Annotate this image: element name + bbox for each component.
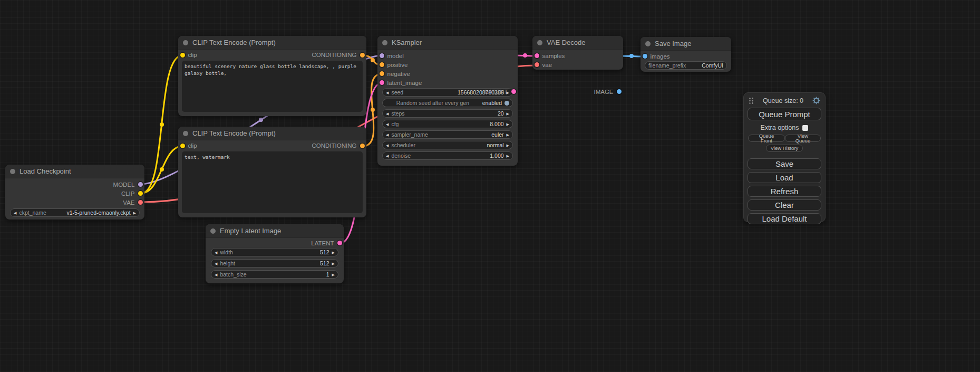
node-vae-decode[interactable]: VAE Decode samples vae IMAGE [532, 36, 623, 70]
node-header[interactable]: Load Checkpoint [5, 165, 144, 178]
load-button[interactable]: Load [748, 172, 821, 183]
save-button[interactable]: Save [748, 158, 821, 169]
node-header[interactable]: VAE Decode [532, 36, 623, 50]
node-save-image[interactable]: Save Image images filename_prefix ComfyU… [641, 37, 731, 72]
prompt-textarea[interactable]: text, watermark [182, 151, 363, 213]
image-slot-dot[interactable] [643, 54, 647, 59]
conditioning-slot-dot[interactable] [380, 62, 384, 67]
scheduler-widget[interactable]: ◀ scheduler normal ▶ [382, 141, 513, 149]
clip-slot-dot[interactable] [180, 53, 185, 58]
widget-label: seed [391, 89, 455, 96]
widget-value: 1.000 [490, 152, 503, 159]
arrow-right-icon[interactable]: ▶ [507, 122, 509, 126]
view-queue-button[interactable]: View Queue [785, 135, 821, 142]
collapse-dot-icon[interactable] [537, 40, 542, 45]
collapse-dot-icon[interactable] [645, 41, 651, 46]
node-clip-text-encode-positive[interactable]: CLIP Text Encode (Prompt) clip CONDITION… [178, 36, 366, 116]
arrow-left-icon[interactable]: ◀ [386, 122, 389, 126]
arrow-right-icon[interactable]: ▶ [507, 154, 509, 158]
clip-slot-dot[interactable] [138, 191, 143, 196]
cfg-widget[interactable]: ◀ cfg 8.000 ▶ [382, 120, 513, 128]
denoise-widget[interactable]: ◀ denoise 1.000 ▶ [382, 151, 513, 160]
filename-prefix-widget[interactable]: filename_prefix ComfyUI [645, 61, 727, 70]
image-slot-dot[interactable] [617, 89, 622, 94]
arrow-right-icon[interactable]: ▶ [332, 273, 335, 276]
collapse-dot-icon[interactable] [382, 40, 387, 45]
arrow-left-icon[interactable]: ◀ [215, 251, 217, 254]
node-header[interactable]: CLIP Text Encode (Prompt) [178, 36, 366, 50]
extra-options-checkbox[interactable] [802, 125, 808, 131]
link-midpoint-dot [629, 54, 634, 58]
widget-label: filename_prefix [648, 62, 699, 69]
drag-handle-icon[interactable] [749, 97, 754, 104]
queue-prompt-button[interactable]: Queue Prompt [748, 108, 821, 120]
input-vae: vae [532, 60, 623, 69]
input-clip: clip [178, 141, 197, 150]
arrow-right-icon[interactable]: ▶ [507, 112, 509, 116]
refresh-button[interactable]: Refresh [748, 186, 821, 197]
slot-label: IMAGE [594, 89, 613, 95]
width-widget[interactable]: ◀ width 512 ▶ [211, 248, 338, 256]
random-seed-widget[interactable]: Random seed after every gen enabled [382, 99, 513, 107]
prompt-textarea[interactable]: beautiful scenery nature glass bottle la… [182, 61, 363, 112]
latent-slot-dot[interactable] [337, 241, 342, 245]
toggle-dot[interactable] [504, 101, 509, 106]
view-history-button[interactable]: View History [766, 145, 803, 152]
vae-slot-dot[interactable] [138, 200, 143, 205]
model-slot-dot[interactable] [380, 53, 384, 58]
load-default-button[interactable]: Load Default [748, 213, 821, 224]
link-midpoint-dot [259, 118, 263, 122]
gear-icon[interactable] [812, 97, 820, 104]
clear-button[interactable]: Clear [748, 199, 821, 211]
ckpt-name-widget[interactable]: ◀ ckpt_name v1-5-pruned-emaonly.ckpt ▶ [10, 208, 140, 217]
node-header[interactable]: KSampler [377, 36, 518, 50]
node-empty-latent-image[interactable]: Empty Latent Image LATENT ◀ width 512 ▶ … [206, 224, 344, 283]
arrow-left-icon[interactable]: ◀ [14, 211, 16, 215]
arrow-right-icon[interactable]: ▶ [507, 133, 509, 137]
arrow-right-icon[interactable]: ▶ [507, 144, 509, 147]
node-load-checkpoint[interactable]: Load Checkpoint MODEL CLIP VAE ◀ ckpt_na… [5, 165, 144, 220]
arrow-left-icon[interactable]: ◀ [215, 262, 217, 265]
collapse-dot-icon[interactable] [210, 228, 216, 234]
node-graph-canvas[interactable]: Load Checkpoint MODEL CLIP VAE ◀ ckpt_na… [0, 0, 980, 372]
steps-widget[interactable]: ◀ steps 20 ▶ [382, 109, 513, 118]
node-header[interactable]: Empty Latent Image [206, 224, 344, 238]
queue-front-button[interactable]: Queue Front [748, 135, 785, 142]
arrow-left-icon[interactable]: ◀ [215, 273, 217, 276]
conditioning-slot-dot[interactable] [380, 71, 384, 76]
clip-slot-dot[interactable] [180, 144, 185, 148]
collapse-dot-icon[interactable] [183, 40, 188, 45]
collapse-dot-icon[interactable] [183, 131, 188, 136]
arrow-right-icon[interactable]: ▶ [332, 251, 335, 254]
node-ksampler[interactable]: KSampler model positive negative latent_… [377, 36, 518, 166]
arrow-right-icon[interactable]: ▶ [332, 262, 335, 265]
widget-label: ckpt_name [19, 209, 64, 216]
node-header[interactable]: Save Image [641, 37, 731, 51]
input-samples: samples [532, 51, 623, 60]
arrow-left-icon[interactable]: ◀ [386, 133, 389, 137]
latent-slot-dot[interactable] [535, 53, 539, 58]
sampler-name-widget[interactable]: ◀ sampler_name euler ▶ [382, 130, 513, 139]
height-widget[interactable]: ◀ height 512 ▶ [211, 259, 338, 268]
arrow-left-icon[interactable]: ◀ [386, 112, 389, 116]
slot-label: CONDITIONING [312, 52, 357, 58]
arrow-left-icon[interactable]: ◀ [386, 154, 389, 158]
collapse-dot-icon[interactable] [10, 169, 15, 174]
vae-slot-dot[interactable] [535, 62, 539, 67]
slot-label: samples [542, 53, 565, 59]
conditioning-slot-dot[interactable] [360, 144, 365, 148]
node-clip-text-encode-negative[interactable]: CLIP Text Encode (Prompt) clip CONDITION… [178, 127, 366, 217]
slot-label: clip [188, 142, 197, 149]
arrow-left-icon[interactable]: ◀ [386, 91, 389, 94]
node-header[interactable]: CLIP Text Encode (Prompt) [178, 127, 366, 140]
output-latent: LATENT [206, 238, 344, 248]
conditioning-slot-dot[interactable] [360, 53, 365, 58]
arrow-left-icon[interactable]: ◀ [386, 144, 389, 147]
model-slot-dot[interactable] [138, 182, 143, 187]
arrow-right-icon[interactable]: ▶ [133, 211, 136, 215]
latent-slot-dot[interactable] [511, 89, 516, 94]
slot-label: CONDITIONING [312, 142, 357, 149]
batch-size-widget[interactable]: ◀ batch_size 1 ▶ [211, 270, 338, 279]
slot-label: MODEL [113, 182, 135, 188]
latent-slot-dot[interactable] [380, 80, 384, 85]
